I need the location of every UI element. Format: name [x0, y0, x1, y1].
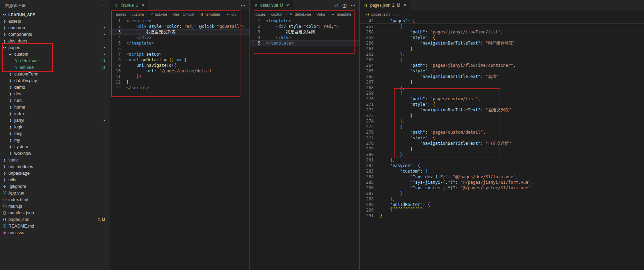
code-line-263[interactable]: 263 {	[360, 57, 644, 63]
code-line-42[interactable]: 42 "pages": [	[360, 18, 644, 24]
more-actions-icon[interactable]: ⋯	[351, 3, 355, 8]
tree-item-detail.vue[interactable]: Vdetail.vueU	[0, 57, 110, 64]
tree-item-main.js[interactable]: JSmain.js	[0, 203, 110, 209]
tree-item-.gitignore[interactable]: ◆.gitignore	[0, 183, 110, 190]
code-line-7[interactable]: 7<script setup>	[110, 51, 249, 57]
code-line-261[interactable]: 261 }	[360, 46, 644, 51]
tree-root[interactable]: ❯ LEARUN_APP	[0, 11, 110, 18]
tree-item-components[interactable]: ❯components●	[0, 31, 110, 38]
tree-item-uni_modules[interactable]: ❯uni_modules	[0, 163, 110, 170]
code-editor-list[interactable]: 1<template>2 <div style="color: red;" @c…	[110, 18, 249, 270]
tree-item-system[interactable]: ❯system	[0, 143, 110, 150]
explorer-more-actions-icon[interactable]: ⋯	[100, 3, 105, 8]
tree-item-jianyi[interactable]: ❯jianyi●	[0, 117, 110, 124]
code-line-273[interactable]: 273 }	[360, 113, 644, 118]
close-icon[interactable]: ✕	[286, 3, 289, 8]
tree-item-pages.json[interactable]: {}pages.json2, M	[0, 216, 110, 223]
code-line-275[interactable]: 275 {	[360, 124, 644, 129]
tree-item-utils[interactable]: ❯utils	[0, 176, 110, 183]
code-line-282[interactable]: 282 "easycom": {	[360, 163, 644, 168]
close-icon[interactable]: ✕	[403, 3, 406, 8]
tree-item-index[interactable]: ❯index	[0, 110, 110, 117]
tree-item-msg[interactable]: ❯msg	[0, 130, 110, 137]
breadcrumb-item-custom[interactable]: custom	[271, 12, 283, 16]
code-editor-detail[interactable]: 1<template>2 <div style="color: red;">3 …	[250, 18, 359, 270]
code-line-13[interactable]: 13</script>	[110, 85, 249, 90]
tree-item-my[interactable]: ❯my	[0, 137, 110, 143]
tree-item-unpackage[interactable]: ❯unpackage	[0, 170, 110, 176]
code-line-9[interactable]: 9 uni.navigateTo({	[110, 63, 249, 68]
code-line-276[interactable]: 276 "path": "pages/custom/detail",	[360, 129, 644, 135]
code-line-1[interactable]: 1<template>	[250, 18, 359, 24]
tree-item-custom[interactable]: ❯custom●	[0, 51, 110, 57]
code-line-286[interactable]: 286 "^sys-system-(.*)": "@/pages/system/…	[360, 185, 644, 191]
code-line-271[interactable]: 271 "style": {	[360, 102, 644, 107]
code-editor-pages-json[interactable]: 42 "pages": [257 {258 "path": "pages/jia…	[360, 18, 644, 270]
tree-item-manifest.json[interactable]: {}manifest.json	[0, 209, 110, 216]
code-line-3[interactable]: 3 我是自定义列表	[110, 29, 249, 35]
code-line-281[interactable]: 281 ],	[360, 157, 644, 163]
tree-item-workflow[interactable]: ❯workflow	[0, 150, 110, 157]
tree-item-App.vue[interactable]: VApp.vue	[0, 190, 110, 196]
code-line-284[interactable]: 284 "^sys-dev-(.*)": "@/pages/dev/$1/for…	[360, 174, 644, 180]
tree-item-pages[interactable]: ❯pages●	[0, 44, 110, 51]
tree-item-index.html[interactable]: <>index.html	[0, 196, 110, 203]
close-icon[interactable]: ✕	[142, 3, 145, 8]
code-line-279[interactable]: 279 }	[360, 146, 644, 152]
tab-list.vue[interactable]: Vlist.vueU✕	[110, 0, 149, 10]
code-line-6[interactable]: 6	[110, 46, 249, 51]
tab-pages.json[interactable]: {}pages.json2, M✕	[360, 0, 411, 10]
breadcrumb-item-Vetur[interactable]: Vetur	[317, 12, 326, 16]
tree-item-home[interactable]: ❯home	[0, 104, 110, 110]
code-line-283[interactable]: 283 "custom": {	[360, 168, 644, 174]
code-line-287[interactable]: 287 }	[360, 191, 644, 196]
code-line-8[interactable]: 8const goDetail = () => {	[110, 57, 249, 63]
code-line-257[interactable]: 257 {	[360, 24, 644, 29]
code-line-258[interactable]: 258 "path": "pages/jianyi/flowTime/list"…	[360, 29, 644, 35]
tree-item-assets[interactable]: ❯assets	[0, 18, 110, 24]
code-line-259[interactable]: 259 "style": {	[360, 35, 644, 40]
tree-item-dev_docs[interactable]: ❯dev_docs	[0, 38, 110, 44]
code-line-5[interactable]: 5</template>	[250, 40, 359, 46]
code-line-274[interactable]: 274 },	[360, 118, 644, 124]
code-line-262[interactable]: 262 },	[360, 51, 644, 57]
breadcrumb-item-pages[interactable]: pages	[255, 12, 266, 16]
code-line-290[interactable]: 290 }	[360, 207, 644, 213]
code-line-268[interactable]: 268 },	[360, 85, 644, 90]
code-line-4[interactable]: 4 </div>	[110, 35, 249, 40]
code-line-264[interactable]: 264 "path": "pages/jianyi/flowTime/conta…	[360, 63, 644, 68]
breadcrumb-item-list.vue[interactable]: Vlist.vue	[149, 12, 167, 16]
code-line-260[interactable]: 260 "navigationBarTitleText": "时间组件验证"	[360, 40, 644, 46]
tree-item-dataDisplay[interactable]: ❯dataDisplay	[0, 77, 110, 84]
code-line-289[interactable]: 289 "uniIdRouter": {	[360, 202, 644, 207]
code-line-10[interactable]: 10 url: '/pages/custom/detail'	[110, 68, 249, 74]
code-line-269[interactable]: 269 {	[360, 90, 644, 96]
breadcrumb-item-custom[interactable]: custom	[132, 12, 144, 16]
tab-detail.vue[interactable]: Vdetail.vueU✕	[250, 0, 293, 10]
code-line-3[interactable]: 3 我是自定义详情	[250, 29, 359, 35]
code-line-278[interactable]: 278 "navigationBarTitleText": "自定义详情"	[360, 141, 644, 146]
open-changes-icon[interactable]: ⇄	[334, 3, 338, 8]
breadcrumb-item-div[interactable]: ●div	[225, 12, 236, 16]
code-line-280[interactable]: 280 }	[360, 152, 644, 157]
code-line-4[interactable]: 4 </div>	[250, 35, 359, 40]
tree-item-common[interactable]: ❯common●	[0, 24, 110, 31]
code-line-291[interactable]: 291}	[360, 213, 644, 219]
code-line-285[interactable]: 285 "^sys-jianyi-(.*)": "@/pages/jianyi/…	[360, 180, 644, 185]
breadcrumb-item-Vue - Official[interactable]: Vue - Official	[173, 12, 194, 16]
tree-item-login[interactable]: ❯login	[0, 124, 110, 130]
code-line-288[interactable]: 288 },	[360, 196, 644, 202]
code-line-272[interactable]: 272 "navigationBarTitleText": "自定义列表"	[360, 107, 644, 113]
code-line-270[interactable]: 270 "path": "pages/custom/list",	[360, 96, 644, 102]
breadcrumb-item-template[interactable]: ●template	[331, 12, 351, 16]
code-line-11[interactable]: 11 })	[110, 74, 249, 79]
code-line-265[interactable]: 265 "style": {	[360, 68, 644, 74]
code-line-267[interactable]: 267 }	[360, 79, 644, 85]
code-line-277[interactable]: 277 "style": {	[360, 135, 644, 141]
breadcrumb-item-template[interactable]: {}template	[199, 12, 220, 16]
more-actions-icon[interactable]: ⋯	[241, 3, 245, 8]
tree-item-demo[interactable]: ❯demo	[0, 84, 110, 90]
tree-item-func[interactable]: ❯func	[0, 97, 110, 104]
breadcrumb-item-detail.vue[interactable]: Vdetail.vue	[289, 12, 311, 16]
split-editor-icon[interactable]: ◫	[342, 3, 347, 8]
